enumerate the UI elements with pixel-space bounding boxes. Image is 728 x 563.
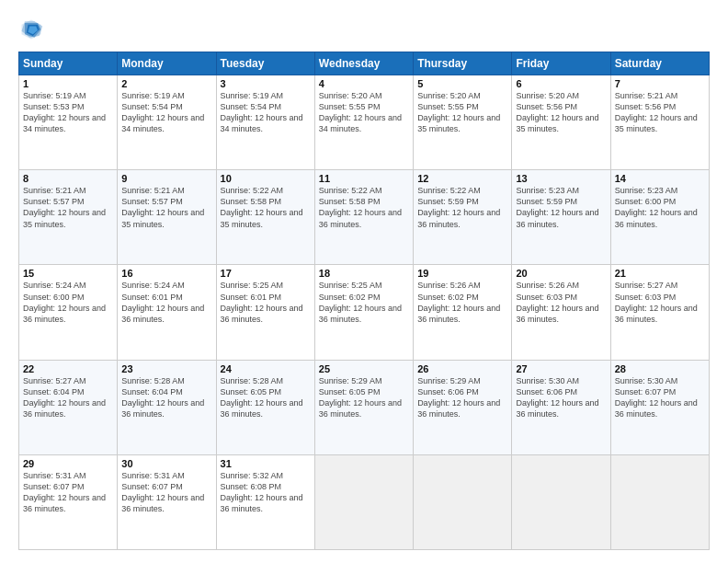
calendar-day-26: 26 Sunrise: 5:29 AMSunset: 6:06 PMDaylig… — [414, 360, 512, 454]
day-number: 22 — [23, 363, 113, 374]
day-number: 7 — [615, 78, 705, 89]
calendar-day-11: 11 Sunrise: 5:22 AMSunset: 5:58 PMDaylig… — [314, 170, 413, 265]
calendar-day-30: 30 Sunrise: 5:31 AMSunset: 6:07 PMDaylig… — [118, 454, 216, 549]
day-number: 29 — [23, 458, 113, 469]
day-info: Sunrise: 5:27 AMSunset: 6:03 PMDaylight:… — [615, 281, 698, 323]
day-info: Sunrise: 5:31 AMSunset: 6:07 PMDaylight:… — [23, 471, 106, 513]
day-number: 30 — [121, 458, 211, 469]
day-info: Sunrise: 5:23 AMSunset: 6:00 PMDaylight:… — [615, 186, 698, 228]
day-number: 25 — [319, 363, 409, 374]
day-number: 23 — [121, 363, 211, 374]
day-info: Sunrise: 5:22 AMSunset: 5:58 PMDaylight:… — [221, 186, 303, 228]
calendar-day-10: 10 Sunrise: 5:22 AMSunset: 5:58 PMDaylig… — [216, 170, 314, 265]
calendar-day-23: 23 Sunrise: 5:28 AMSunset: 6:04 PMDaylig… — [118, 360, 216, 454]
weekday-header-sunday: Sunday — [19, 52, 118, 75]
calendar-day-16: 16 Sunrise: 5:24 AMSunset: 6:01 PMDaylig… — [118, 265, 216, 360]
weekday-header-wednesday: Wednesday — [314, 52, 413, 75]
day-info: Sunrise: 5:24 AMSunset: 6:00 PMDaylight:… — [23, 281, 106, 323]
day-number: 12 — [417, 173, 507, 184]
weekday-header-tuesday: Tuesday — [216, 52, 314, 75]
day-number: 31 — [221, 458, 311, 469]
calendar-day-24: 24 Sunrise: 5:28 AMSunset: 6:05 PMDaylig… — [216, 360, 314, 454]
day-info: Sunrise: 5:22 AMSunset: 5:58 PMDaylight:… — [319, 186, 402, 228]
calendar-day-28: 28 Sunrise: 5:30 AMSunset: 6:07 PMDaylig… — [610, 360, 709, 454]
calendar-week-row: 15 Sunrise: 5:24 AMSunset: 6:00 PMDaylig… — [19, 265, 710, 360]
day-info: Sunrise: 5:31 AMSunset: 6:07 PMDaylight:… — [121, 471, 204, 513]
day-info: Sunrise: 5:21 AMSunset: 5:57 PMDaylight:… — [23, 186, 106, 228]
calendar-day-7: 7 Sunrise: 5:21 AMSunset: 5:56 PMDayligh… — [610, 75, 709, 170]
calendar-day-empty — [512, 454, 610, 549]
calendar-day-6: 6 Sunrise: 5:20 AMSunset: 5:56 PMDayligh… — [512, 75, 610, 170]
calendar-day-8: 8 Sunrise: 5:21 AMSunset: 5:57 PMDayligh… — [19, 170, 118, 265]
day-info: Sunrise: 5:30 AMSunset: 6:07 PMDaylight:… — [615, 376, 698, 419]
calendar-week-row: 8 Sunrise: 5:21 AMSunset: 5:57 PMDayligh… — [19, 170, 710, 265]
day-number: 16 — [121, 268, 211, 279]
day-info: Sunrise: 5:19 AMSunset: 5:54 PMDaylight:… — [221, 91, 303, 133]
calendar-table: SundayMondayTuesdayWednesdayThursdayFrid… — [18, 52, 710, 550]
day-number: 5 — [417, 78, 507, 89]
day-info: Sunrise: 5:29 AMSunset: 6:05 PMDaylight:… — [319, 376, 402, 419]
day-info: Sunrise: 5:26 AMSunset: 6:03 PMDaylight:… — [516, 281, 598, 323]
weekday-header-row: SundayMondayTuesdayWednesdayThursdayFrid… — [19, 52, 710, 75]
day-number: 1 — [23, 78, 113, 89]
calendar-day-25: 25 Sunrise: 5:29 AMSunset: 6:05 PMDaylig… — [314, 360, 413, 454]
day-number: 2 — [121, 78, 211, 89]
day-info: Sunrise: 5:28 AMSunset: 6:04 PMDaylight:… — [121, 376, 204, 419]
calendar-day-empty — [610, 454, 709, 549]
calendar-day-18: 18 Sunrise: 5:25 AMSunset: 6:02 PMDaylig… — [314, 265, 413, 360]
day-number: 9 — [121, 173, 211, 184]
calendar-day-27: 27 Sunrise: 5:30 AMSunset: 6:06 PMDaylig… — [512, 360, 610, 454]
calendar-day-empty — [314, 454, 413, 549]
day-number: 13 — [516, 173, 606, 184]
calendar-week-row: 22 Sunrise: 5:27 AMSunset: 6:04 PMDaylig… — [19, 360, 710, 454]
calendar-day-1: 1 Sunrise: 5:19 AMSunset: 5:53 PMDayligh… — [19, 75, 118, 170]
calendar-day-13: 13 Sunrise: 5:23 AMSunset: 5:59 PMDaylig… — [512, 170, 610, 265]
day-info: Sunrise: 5:23 AMSunset: 5:59 PMDaylight:… — [516, 186, 598, 228]
day-number: 8 — [23, 173, 113, 184]
day-number: 28 — [615, 363, 705, 374]
day-info: Sunrise: 5:29 AMSunset: 6:06 PMDaylight:… — [417, 376, 500, 419]
weekday-header-saturday: Saturday — [610, 52, 709, 75]
calendar-week-row: 1 Sunrise: 5:19 AMSunset: 5:53 PMDayligh… — [19, 75, 710, 170]
calendar-day-empty — [414, 454, 512, 549]
day-number: 10 — [221, 173, 311, 184]
calendar-day-22: 22 Sunrise: 5:27 AMSunset: 6:04 PMDaylig… — [19, 360, 118, 454]
day-number: 24 — [221, 363, 311, 374]
day-number: 4 — [319, 78, 409, 89]
calendar-day-21: 21 Sunrise: 5:27 AMSunset: 6:03 PMDaylig… — [610, 265, 709, 360]
logo-icon — [18, 17, 44, 42]
day-number: 18 — [319, 268, 409, 279]
day-number: 15 — [23, 268, 113, 279]
calendar-day-20: 20 Sunrise: 5:26 AMSunset: 6:03 PMDaylig… — [512, 265, 610, 360]
day-number: 19 — [417, 268, 507, 279]
day-info: Sunrise: 5:21 AMSunset: 5:56 PMDaylight:… — [615, 91, 698, 133]
weekday-header-monday: Monday — [118, 52, 216, 75]
day-info: Sunrise: 5:32 AMSunset: 6:08 PMDaylight:… — [221, 471, 303, 513]
calendar-week-row: 29 Sunrise: 5:31 AMSunset: 6:07 PMDaylig… — [19, 454, 710, 549]
weekday-header-thursday: Thursday — [414, 52, 512, 75]
calendar-day-5: 5 Sunrise: 5:20 AMSunset: 5:55 PMDayligh… — [414, 75, 512, 170]
day-info: Sunrise: 5:20 AMSunset: 5:55 PMDaylight:… — [319, 91, 402, 133]
header — [18, 17, 710, 42]
day-info: Sunrise: 5:25 AMSunset: 6:02 PMDaylight:… — [319, 281, 402, 323]
day-number: 14 — [615, 173, 705, 184]
day-number: 17 — [221, 268, 311, 279]
day-number: 3 — [221, 78, 311, 89]
calendar-day-31: 31 Sunrise: 5:32 AMSunset: 6:08 PMDaylig… — [216, 454, 314, 549]
calendar-day-12: 12 Sunrise: 5:22 AMSunset: 5:59 PMDaylig… — [414, 170, 512, 265]
day-number: 21 — [615, 268, 705, 279]
calendar-day-14: 14 Sunrise: 5:23 AMSunset: 6:00 PMDaylig… — [610, 170, 709, 265]
day-number: 11 — [319, 173, 409, 184]
calendar-day-3: 3 Sunrise: 5:19 AMSunset: 5:54 PMDayligh… — [216, 75, 314, 170]
day-number: 27 — [516, 363, 606, 374]
logo — [18, 17, 48, 42]
day-info: Sunrise: 5:20 AMSunset: 5:55 PMDaylight:… — [417, 91, 500, 133]
weekday-header-friday: Friday — [512, 52, 610, 75]
day-info: Sunrise: 5:26 AMSunset: 6:02 PMDaylight:… — [417, 281, 500, 323]
day-info: Sunrise: 5:19 AMSunset: 5:54 PMDaylight:… — [121, 91, 204, 133]
calendar-day-15: 15 Sunrise: 5:24 AMSunset: 6:00 PMDaylig… — [19, 265, 118, 360]
day-info: Sunrise: 5:27 AMSunset: 6:04 PMDaylight:… — [23, 376, 106, 419]
day-info: Sunrise: 5:20 AMSunset: 5:56 PMDaylight:… — [516, 91, 598, 133]
calendar-day-9: 9 Sunrise: 5:21 AMSunset: 5:57 PMDayligh… — [118, 170, 216, 265]
day-info: Sunrise: 5:28 AMSunset: 6:05 PMDaylight:… — [221, 376, 303, 419]
